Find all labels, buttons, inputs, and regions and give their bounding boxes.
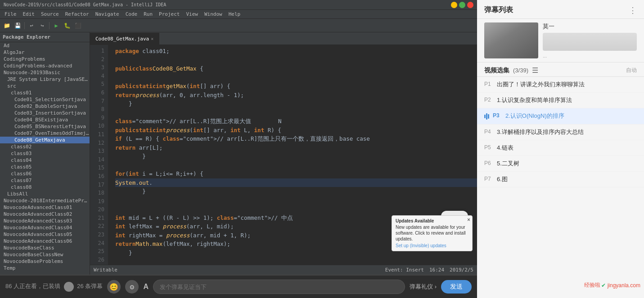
updates-link[interactable]: Set up (Invisible) updates xyxy=(396,243,468,248)
tree-item[interactable]: NovocodeBaseClassNew xyxy=(0,251,90,258)
tree-item[interactable]: Code08_GetMaxjava xyxy=(0,137,90,143)
editor-area: Code08_GetMax.java × 1234567891011121314… xyxy=(90,32,477,275)
tree-item[interactable]: NovocodeAdvancedClass03 xyxy=(0,218,90,224)
toolbar-debug[interactable]: 🐛 xyxy=(62,21,72,31)
tree-item[interactable]: class08 xyxy=(0,184,90,191)
emoji-button-1[interactable]: 😊 xyxy=(107,280,121,294)
tree-item[interactable]: Code03_InsertionSortjava xyxy=(0,110,90,116)
updates-title: Updates Available xyxy=(396,218,468,223)
code-line: } xyxy=(115,187,477,196)
tree-item[interactable]: AlgoJar xyxy=(0,49,90,56)
code-line: public class Code08_GetMax { xyxy=(115,64,477,73)
tree-item[interactable]: JRE System Library [JavaSE-14] xyxy=(0,76,90,83)
tree-item[interactable]: class01 xyxy=(0,89,90,96)
video-thumbnail[interactable] xyxy=(484,22,538,58)
thumb-info: 莫一 ... xyxy=(543,22,637,58)
playlist-title: 视频选集 xyxy=(484,67,509,75)
tab-code08[interactable]: Code08_GetMax.java × xyxy=(90,33,159,44)
code-line xyxy=(115,196,477,205)
comment-input[interactable] xyxy=(153,280,405,294)
playlist-item[interactable]: P1 出圈了！讲课之外我们来聊聊算法 xyxy=(477,77,644,93)
playlist-item-title: 出圈了！讲课之外我们来聊聊算法 xyxy=(497,80,637,89)
tree-item[interactable]: class03 xyxy=(0,150,90,157)
tree-item[interactable]: class02 xyxy=(0,143,90,150)
tree-item[interactable]: class06 xyxy=(0,170,90,177)
tree-item[interactable]: CodingProblems xyxy=(0,56,90,62)
viewer-count: 86 人正在看，已装填 26 条弹幕 xyxy=(5,282,103,292)
toolbar-run[interactable]: ▶ xyxy=(51,21,61,31)
tree-item[interactable]: Code04_BSExistjava xyxy=(0,116,90,123)
tree-item[interactable]: Novocode-2018IntermediateProblems xyxy=(0,197,90,204)
playlist-item[interactable]: P2 1.认识复杂度和简单排序算法 xyxy=(477,93,644,108)
playlist-item-number: P4 xyxy=(484,128,493,135)
menu-file[interactable]: File xyxy=(2,11,19,18)
tree-item[interactable]: NovocodeAdvancedClass06 xyxy=(0,238,90,245)
menu-edit[interactable]: Edit xyxy=(20,11,38,18)
tree-item[interactable]: NovocodeAdvancedClass04 xyxy=(0,224,90,231)
tree-item[interactable]: Ad xyxy=(0,42,90,49)
watermark-domain: jingyanla.com xyxy=(608,282,640,289)
more-options-icon[interactable]: ⋮ xyxy=(629,5,637,15)
window-controls xyxy=(451,2,473,8)
tree-item[interactable]: NovocodeAdvancedClass02 xyxy=(0,211,90,218)
tree-item[interactable]: NovocodeAdvancedClass05 xyxy=(0,231,90,238)
emoji-button-2[interactable]: ⚙ xyxy=(125,280,139,294)
code-line: } xyxy=(115,99,477,108)
toolbar-open[interactable]: 📁 xyxy=(2,21,12,31)
close-button[interactable] xyxy=(467,2,473,8)
minimize-button[interactable] xyxy=(451,2,457,8)
list-view-icon[interactable]: ☰ xyxy=(532,66,538,75)
playlist-item-title: 5.二叉树 xyxy=(497,160,637,168)
playlist-item[interactable]: P5 4.链表 xyxy=(477,140,644,156)
menu-run[interactable]: Run xyxy=(141,11,155,18)
tree-item[interactable]: NovocodeBaseProblems xyxy=(0,258,90,265)
playlist-item-number: P1 xyxy=(484,80,493,87)
playlist-item[interactable]: P4 3.详解桶排序以及排序内容大总结 xyxy=(477,125,644,140)
tree-item[interactable]: class04 xyxy=(0,157,90,164)
toolbar-undo[interactable]: ↩ xyxy=(27,21,36,31)
code-editor[interactable]: 1234567891011121314151617181920212223242… xyxy=(90,45,477,265)
tree-item[interactable]: Code01_SelectionSortjava xyxy=(0,96,90,103)
toolbar-separator-2 xyxy=(49,22,50,29)
playlist-item[interactable]: P7 6.图 xyxy=(477,172,644,187)
playlist-item-title: 2.认识O(NlogN)的排序 xyxy=(505,112,637,120)
code-line: if (L == R) { class="comment">// arr[L..… xyxy=(115,134,477,143)
toolbar-stop[interactable]: ⬛ xyxy=(73,21,83,31)
playlist-item-title: 4.链表 xyxy=(497,144,637,152)
tree-item[interactable]: LibsAll xyxy=(0,191,90,197)
menu-source[interactable]: Source xyxy=(38,11,62,18)
updates-close-button[interactable]: × xyxy=(467,217,470,223)
tree-item[interactable]: CodingProblems-advanced xyxy=(0,62,90,69)
menu-help[interactable]: Help xyxy=(226,11,243,18)
tree-item[interactable]: NovocodeBaseClass xyxy=(0,245,90,251)
tree-item[interactable]: NovocodeAdvancedClass01 xyxy=(0,204,90,211)
tab-close-icon[interactable]: × xyxy=(151,36,153,41)
menu-view[interactable]: View xyxy=(183,11,201,18)
playlist-items: P1 出圈了！讲课之外我们来聊聊算法 P2 1.认识复杂度和简单排序算法 P3 … xyxy=(477,77,644,298)
ide-statusbar: Writable Event: Insert 16:24 2019/2/5 xyxy=(90,265,477,275)
tree-item[interactable]: class07 xyxy=(0,177,90,184)
tree-item[interactable]: class05 xyxy=(0,164,90,170)
toolbar-redo[interactable]: ↪ xyxy=(37,21,47,31)
tree-item[interactable]: Temp xyxy=(0,265,90,271)
toolbar-save[interactable]: 💾 xyxy=(13,21,23,31)
playlist-item[interactable]: P6 5.二叉树 xyxy=(477,156,644,172)
tree-item[interactable]: Code02_BubbleSortjava xyxy=(0,103,90,110)
menu-project[interactable]: Project xyxy=(156,11,182,18)
gift-button[interactable]: 弹幕礼仪 › xyxy=(410,283,437,291)
menu-navigate[interactable]: Navigate xyxy=(93,11,122,18)
code-line xyxy=(115,161,477,170)
tree-item[interactable]: src xyxy=(0,83,90,89)
restore-button[interactable] xyxy=(459,2,465,8)
menu-code[interactable]: Code xyxy=(123,11,140,18)
code-line xyxy=(115,108,477,117)
send-button[interactable]: 发送 xyxy=(441,280,472,294)
status-position: 16:24 xyxy=(429,267,444,273)
playlist-item[interactable]: P3 2.认识O(NlogN)的排序 xyxy=(477,108,644,124)
menu-refactor[interactable]: Refactor xyxy=(63,11,92,18)
playlist-item-title: 1.认识复杂度和简单排序算法 xyxy=(497,96,637,104)
tree-item[interactable]: Code07_OvenTimesOddTimejava xyxy=(0,130,90,137)
tree-item[interactable]: Novocode-20193Basic xyxy=(0,69,90,76)
tree-item[interactable]: Code05_BSNearestLeftjava xyxy=(0,123,90,130)
menu-window[interactable]: Window xyxy=(202,11,225,18)
